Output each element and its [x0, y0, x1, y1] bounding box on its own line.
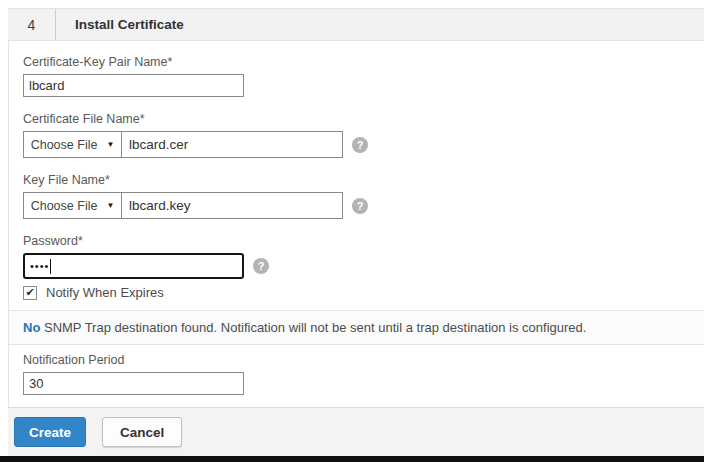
notification-period-label: Notification Period — [23, 353, 704, 367]
form-area: Certificate-Key Pair Name* Certificate F… — [8, 41, 704, 407]
bottom-dark-bar — [0, 456, 704, 462]
help-icon[interactable]: ? — [253, 258, 269, 274]
cert-file-label: Certificate File Name* — [23, 112, 704, 126]
notification-period-input[interactable] — [23, 372, 244, 395]
section-header: 4 Install Certificate — [8, 8, 704, 41]
key-file-label: Key File Name* — [23, 173, 704, 187]
cert-key-pair-group: Certificate-Key Pair Name* — [23, 55, 704, 97]
password-masked-value: •••• — [30, 260, 49, 272]
page-title: Install Certificate — [56, 9, 184, 40]
chevron-down-icon: ▼ — [106, 141, 114, 149]
create-button[interactable]: Create — [14, 417, 86, 447]
info-highlight: No — [23, 320, 40, 335]
key-file-choose-button[interactable]: Choose File ▼ — [24, 193, 122, 218]
cert-file-choose-button[interactable]: Choose File ▼ — [24, 132, 122, 157]
text-caret — [50, 259, 51, 274]
install-certificate-panel: 4 Install Certificate Certificate-Key Pa… — [0, 0, 704, 456]
choose-file-button-label: Choose File — [31, 138, 98, 152]
step-number: 4 — [8, 9, 56, 40]
notify-when-expires-checkbox[interactable]: ✔ — [23, 286, 37, 300]
cert-key-pair-label: Certificate-Key Pair Name* — [23, 55, 704, 69]
cert-file-control: Choose File ▼ — [23, 131, 343, 158]
cancel-button[interactable]: Cancel — [102, 417, 182, 447]
key-file-control: Choose File ▼ — [23, 192, 343, 219]
key-file-name-input[interactable] — [122, 193, 342, 218]
action-footer: Create Cancel — [8, 407, 704, 456]
snmp-info-bar: No SNMP Trap destination found. Notifica… — [9, 310, 704, 345]
password-label: Password* — [23, 234, 704, 248]
key-file-group: Key File Name* Choose File ▼ ? — [23, 173, 704, 219]
choose-file-button-label: Choose File — [31, 199, 98, 213]
notify-when-expires-row: ✔ Notify When Expires — [23, 285, 704, 300]
notify-when-expires-label: Notify When Expires — [46, 285, 164, 300]
notification-period-group: Notification Period — [9, 353, 704, 395]
chevron-down-icon: ▼ — [106, 202, 114, 210]
cert-file-group: Certificate File Name* Choose File ▼ ? — [23, 112, 704, 158]
info-message: SNMP Trap destination found. Notificatio… — [40, 320, 586, 335]
cert-key-pair-input[interactable] — [23, 74, 244, 97]
help-icon[interactable]: ? — [352, 137, 368, 153]
help-icon[interactable]: ? — [352, 198, 368, 214]
password-group: Password* •••• ? — [23, 234, 704, 279]
cert-file-name-input[interactable] — [122, 132, 342, 157]
password-input[interactable]: •••• — [23, 253, 244, 279]
